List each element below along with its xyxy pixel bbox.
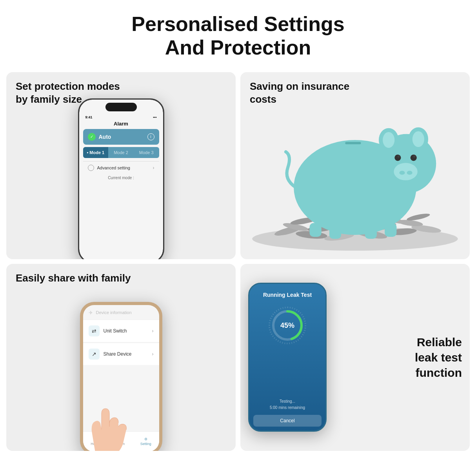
svg-point-27 [394, 163, 418, 180]
cell-protection-modes: Set protection modesby family size 9:41 … [6, 72, 236, 259]
setting-label: Setting [140, 442, 151, 446]
reliable-label: Reliableleak testfunction [334, 334, 462, 380]
auto-left: ✓ Auto [88, 133, 111, 141]
advanced-left: Advanced setting [88, 165, 130, 171]
hand-overlay [80, 392, 131, 451]
unit-switch-label: Unit Switch [104, 328, 127, 334]
time-display: 9:41 [85, 115, 93, 119]
setting-icon: ⚙ [144, 437, 147, 441]
device-info-row: ✈ Device information [83, 305, 159, 319]
leak-test-screen: Running Leak Test 45% Test [249, 284, 325, 431]
svg-point-23 [394, 154, 401, 161]
svg-point-22 [412, 131, 424, 147]
running-leak-title: Running Leak Test [263, 292, 312, 298]
unit-switch-icon: ⇄ [89, 325, 100, 336]
cell-insurance: Saving on insurance costs [240, 72, 470, 259]
cell-1-label: Set protection modesby family size [16, 80, 120, 107]
status-bar: 9:41 ▪▪▪ [79, 114, 163, 119]
svg-point-24 [411, 154, 417, 161]
share-device-row[interactable]: ↗ Share Device › [83, 343, 159, 365]
cell-leak-test: Running Leak Test 45% Test [240, 264, 470, 451]
unit-switch-chevron: › [152, 328, 154, 334]
share-device-chevron: › [152, 351, 154, 357]
svg-point-25 [397, 155, 400, 158]
svg-rect-30 [345, 142, 361, 144]
auto-row: ✓ Auto i [83, 129, 159, 145]
svg-point-20 [383, 132, 394, 147]
radio-circle [88, 165, 94, 171]
chevron-right-icon: › [153, 165, 154, 171]
mode-tab-2[interactable]: Mode 2 [108, 147, 134, 158]
svg-point-28 [399, 171, 405, 174]
feature-grid: Set protection modesby family size 9:41 … [0, 69, 476, 457]
info-icon[interactable]: i [147, 133, 154, 140]
cell-share-family: Easily share with family ✈ Device inform… [6, 264, 236, 451]
share-device-label: Share Device [104, 351, 132, 357]
svg-rect-34 [385, 223, 396, 236]
percent-display: 45% [280, 322, 294, 330]
auto-label: Auto [99, 134, 111, 140]
current-mode-text: Current mode : [79, 174, 163, 182]
mode-tab-3[interactable]: Mode 3 [134, 147, 159, 158]
screen-title: Alarm [79, 119, 163, 129]
phone-mockup-4: Running Leak Test 45% Test [248, 283, 327, 432]
cell-3-label: Easily share with family [16, 272, 131, 285]
circle-progress: 45% [268, 306, 307, 345]
cell-2-label: Saving on insurance costs [250, 80, 375, 107]
testing-text: Testing...5:00 mins remaining [270, 398, 305, 411]
svg-point-26 [413, 155, 416, 158]
svg-rect-32 [329, 225, 341, 238]
device-info-label: Device information [96, 310, 132, 315]
hand-svg [80, 392, 131, 451]
cancel-button[interactable]: Cancel [253, 415, 322, 427]
phone-mockup-1: 9:41 ▪▪▪ Alarm ✓ Auto i [78, 98, 164, 259]
phone-notch [105, 103, 137, 111]
page-title: Personalised Settings And Protection [0, 0, 476, 69]
svg-point-15 [406, 212, 431, 222]
nav-setting[interactable]: ⚙ Setting [140, 437, 151, 446]
unit-switch-row[interactable]: ⇄ Unit Switch › [83, 320, 159, 342]
mode-tab-1[interactable]: Mode 1 [83, 147, 109, 158]
mode-tabs: Mode 1 Mode 2 Mode 3 [83, 147, 159, 158]
share-device-left: ↗ Share Device [89, 349, 132, 360]
signal-icons: ▪▪▪ [153, 115, 157, 119]
share-device-icon: ↗ [89, 349, 100, 360]
svg-point-29 [407, 171, 412, 174]
phone-screen-1: 9:41 ▪▪▪ Alarm ✓ Auto i [79, 100, 163, 259]
svg-rect-31 [310, 223, 322, 236]
unit-switch-left: ⇄ Unit Switch [89, 325, 127, 336]
advanced-row[interactable]: Advanced setting › [83, 161, 159, 174]
check-icon: ✓ [88, 133, 96, 141]
advanced-label: Advanced setting [97, 165, 130, 170]
svg-rect-33 [365, 225, 377, 238]
